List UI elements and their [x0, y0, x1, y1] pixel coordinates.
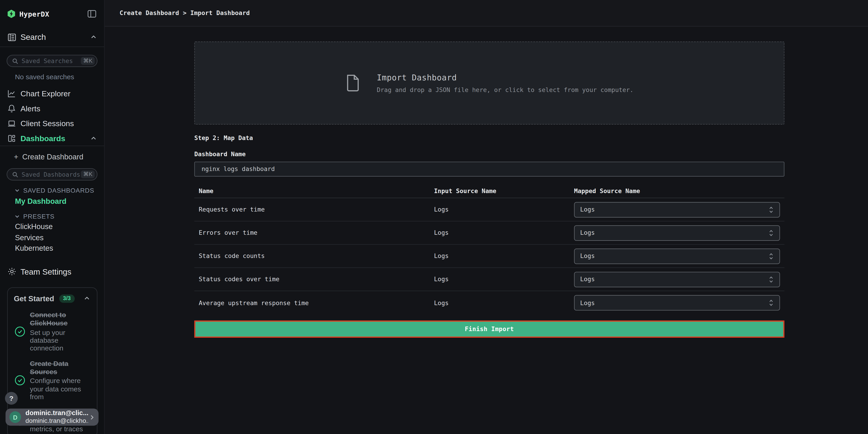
presets-section-toggle[interactable]: PRESETS: [0, 212, 104, 222]
topbar: Create Dashboard > Import Dashboard: [104, 0, 868, 27]
check-circle-icon: [14, 375, 26, 386]
select-chevrons-icon: [768, 206, 774, 213]
mapped-source-select[interactable]: Logs: [574, 202, 780, 217]
divider: [0, 46, 104, 47]
brand-name: HyperDX: [19, 10, 50, 18]
select-chevrons-icon: [768, 275, 774, 283]
table-row: Status codes over time Logs Logs: [194, 268, 784, 291]
search-section-label: Search: [21, 33, 46, 41]
sidebar-item-dashboards[interactable]: Dashboards: [0, 131, 104, 146]
col-header-name: Name: [194, 187, 434, 195]
step-label: Step 2: Map Data: [194, 134, 868, 142]
presets-list: ClickHouse Services Kubernetes: [0, 221, 104, 254]
sidebar-item-my-dashboard[interactable]: My Dashboard: [0, 195, 104, 207]
team-settings-label: Team Settings: [21, 267, 71, 276]
mapped-source-select[interactable]: Logs: [574, 295, 780, 311]
chevron-down-icon: [14, 188, 20, 193]
dropzone-text: Import Dashboard Drag and drop a JSON fi…: [377, 73, 633, 93]
chevron-down-icon: [14, 214, 20, 219]
saved-dashboards-placeholder: Saved Dashboards: [22, 171, 81, 178]
sidebar-item-label: Alerts: [21, 104, 40, 113]
checklist-item-sources[interactable]: Create Data Sources Configure where your…: [14, 360, 94, 401]
user-email: dominic.tran@clickho...: [26, 417, 89, 425]
table-row: Errors over time Logs Logs: [194, 221, 784, 245]
hyperdx-app: HyperDX Search: [0, 0, 868, 434]
input-source-name: Logs: [434, 229, 574, 236]
mapped-source-select[interactable]: Logs: [574, 225, 780, 241]
sidebar-item-label: Dashboards: [21, 134, 65, 143]
input-source-name: Logs: [434, 206, 574, 213]
chart-name: Average upstream response time: [194, 299, 434, 307]
sidebar-item-services[interactable]: Services: [0, 232, 104, 243]
select-chevrons-icon: [768, 252, 774, 260]
finish-import-button[interactable]: Finish Import: [194, 320, 784, 338]
select-chevrons-icon: [768, 299, 774, 307]
laptop-icon: [7, 119, 16, 127]
avatar: D: [9, 411, 21, 423]
sidebar-item-client-sessions[interactable]: Client Sessions: [0, 116, 104, 131]
create-dashboard-label: Create Dashboard: [22, 153, 83, 161]
search-icon: [12, 171, 18, 177]
help-button[interactable]: ?: [5, 392, 18, 405]
shortcut-badge: ⌘K: [81, 57, 95, 65]
chevron-up-icon: [90, 135, 97, 142]
saved-searches-input[interactable]: Saved Searches ⌘K: [7, 55, 97, 67]
user-menu[interactable]: D dominic.tran@clic... dominic.tran@clic…: [5, 408, 98, 426]
hyperdx-logo-icon[interactable]: [7, 9, 16, 18]
dashboard-name-label: Dashboard Name: [194, 151, 868, 158]
dashboard-name-input[interactable]: [194, 162, 784, 177]
checklist-item-desc: Set up your database connection: [30, 329, 94, 352]
col-header-input-source: Input Source Name: [434, 187, 574, 195]
breadcrumb[interactable]: Create Dashboard > Import Dashboard: [120, 9, 250, 17]
checklist-item-title: Connect to ClickHouse: [30, 311, 94, 328]
col-header-mapped-source: Mapped Source Name: [574, 187, 784, 195]
input-source-name: Logs: [434, 299, 574, 307]
shortcut-badge: ⌘K: [81, 170, 95, 178]
sidebar-collapse-icon[interactable]: [87, 9, 97, 19]
file-icon: [345, 74, 360, 92]
get-started-title: Get Started: [14, 294, 54, 302]
chevron-up-icon: [90, 34, 97, 40]
main-area: Create Dashboard > Import Dashboard Impo…: [104, 0, 868, 434]
mapped-source-select[interactable]: Logs: [574, 272, 780, 287]
gear-icon: [7, 267, 17, 276]
check-circle-icon: [14, 326, 26, 337]
sidebar-item-team-settings[interactable]: Team Settings: [0, 262, 104, 281]
chart-name: Requests over time: [194, 206, 434, 213]
search-section-icon: [7, 32, 17, 42]
sidebar-item-chart-explorer[interactable]: Chart Explorer: [0, 86, 104, 101]
chart-name: Status codes over time: [194, 276, 434, 283]
saved-dashboards-input[interactable]: Saved Dashboards ⌘K: [7, 168, 97, 180]
input-source-name: Logs: [434, 252, 574, 260]
sidebar-item-clickhouse[interactable]: ClickHouse: [0, 221, 104, 232]
sidebar-item-kubernetes[interactable]: Kubernetes: [0, 243, 104, 254]
dashboard-grid-icon: [7, 134, 16, 143]
table-header-row: Name Input Source Name Mapped Source Nam…: [194, 184, 784, 198]
presets-header: PRESETS: [23, 213, 55, 220]
sidebar-item-label: Client Sessions: [21, 119, 74, 127]
mapping-table: Name Input Source Name Mapped Source Nam…: [194, 184, 784, 314]
checklist-item-connect[interactable]: Connect to ClickHouse Set up your databa…: [14, 311, 94, 352]
checklist-item-desc: Configure where your data comes from: [30, 377, 94, 401]
sidebar-section-search[interactable]: Search: [0, 28, 104, 47]
sidebar-item-alerts[interactable]: Alerts: [0, 101, 104, 116]
file-dropzone[interactable]: Import Dashboard Drag and drop a JSON fi…: [194, 41, 784, 125]
chart-name: Status code counts: [194, 252, 434, 260]
table-row: Requests over time Logs Logs: [194, 198, 784, 221]
my-dashboard-label: My Dashboard: [15, 197, 66, 205]
logo-row: HyperDX: [0, 0, 104, 28]
saved-dashboards-header: SAVED DASHBOARDS: [23, 187, 94, 194]
sidebar: HyperDX Search: [0, 0, 104, 434]
get-started-header[interactable]: Get Started 3/3: [14, 293, 94, 304]
sidebar-nav: Chart Explorer Alerts Cl: [0, 86, 104, 146]
no-saved-searches-text: No saved searches: [15, 73, 97, 81]
chart-icon: [7, 89, 16, 98]
mapped-source-select[interactable]: Logs: [574, 248, 780, 264]
create-dashboard-button[interactable]: + Create Dashboard: [0, 146, 104, 167]
table-row: Status code counts Logs Logs: [194, 245, 784, 268]
checklist-item-title: Create Data Sources: [30, 360, 94, 376]
sidebar-item-label: Chart Explorer: [21, 89, 70, 98]
dropzone-subtitle: Drag and drop a JSON file here, or click…: [377, 86, 633, 93]
import-page: Import Dashboard Drag and drop a JSON fi…: [104, 27, 868, 338]
saved-dashboards-section-toggle[interactable]: SAVED DASHBOARDS: [0, 185, 104, 195]
